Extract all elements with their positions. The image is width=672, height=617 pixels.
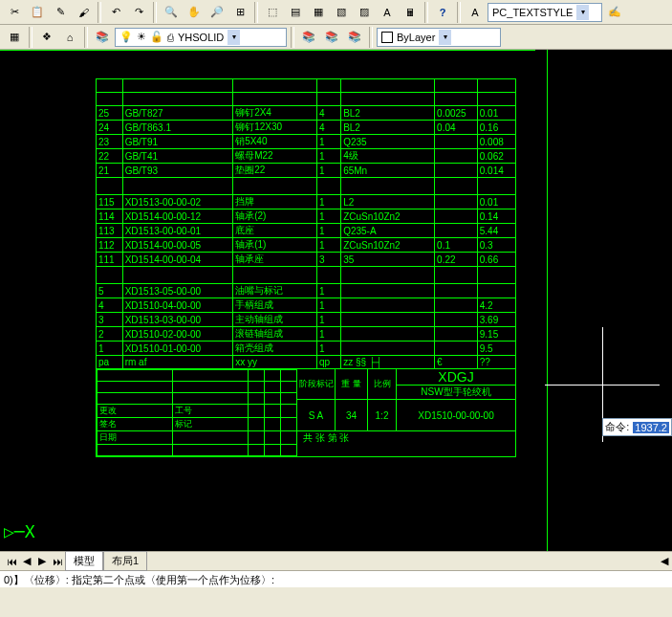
table-header: parm afxx yyqpzz §§ ├┤€??	[97, 356, 516, 369]
tool-btn[interactable]: ⌂	[59, 27, 80, 48]
tab-prev[interactable]: ◀	[19, 555, 34, 567]
sheet-footer: 共 张 第 张	[297, 430, 515, 444]
chevron-down-icon[interactable]: ▾	[228, 30, 240, 45]
redo-button[interactable]: ↷	[128, 2, 149, 23]
tool-btn[interactable]: 📋	[27, 2, 48, 23]
scroll-left[interactable]: ◀	[657, 555, 672, 567]
table-row: 115XD1513-00-00-02挡牌1L20.01	[97, 195, 516, 209]
bylayer-value: ByLayer	[397, 32, 435, 43]
table-row: 112XD1514-00-00-05轴承(1)1ZCuSn10Zn20.10.3	[97, 238, 516, 253]
command-tooltip: 命令: 1937.2	[602, 418, 672, 436]
undo-button[interactable]: ↶	[105, 2, 126, 23]
table-row: 23GB/T91销5X401Q2350.008	[97, 135, 516, 149]
tool-btn[interactable]: ✂	[4, 2, 25, 23]
table-row: 4XD1510-04-00-00手柄组成14.2	[97, 298, 516, 313]
tool-btn[interactable]: 🔍	[161, 2, 182, 23]
chevron-down-icon[interactable]: ▾	[439, 30, 451, 45]
bom-drawing: 25GB/T827铆钉2X44BL20.00250.0124GB/T863.1铆…	[96, 78, 516, 538]
tool-btn[interactable]: 📚	[344, 27, 365, 48]
tool-btn[interactable]: ❖	[36, 27, 57, 48]
tool-btn[interactable]: ▨	[354, 2, 375, 23]
tool-btn[interactable]: ✍	[604, 2, 625, 23]
table-row: 114XD1514-00-00-12轴承(2)1ZCuSn10Zn20.14	[97, 209, 516, 224]
crosshair-h	[545, 385, 660, 386]
lbl-scale: 比例	[368, 369, 397, 400]
tool-btn[interactable]: ✎	[50, 2, 71, 23]
tab-last[interactable]: ⏭	[50, 556, 65, 567]
drawing-number: XD1510-00-00-00	[397, 400, 515, 430]
table-row: 5XD1513-05-00-00油嘴与标记1	[97, 284, 516, 298]
lbl-qty: 重 量	[336, 369, 368, 400]
tab-layout1[interactable]: 布局1	[103, 551, 147, 571]
bom-table: 25GB/T827铆钉2X44BL20.00250.0124GB/T863.1铆…	[96, 78, 516, 369]
revision-table: 更改工号 签名标记 日期	[97, 369, 297, 456]
tool-btn[interactable]: ✋	[184, 2, 205, 23]
table-row: 2XD1510-02-00-00滚链轴组成19.15	[97, 327, 516, 342]
tool-btn[interactable]: 🖌	[73, 2, 94, 23]
tool-btn[interactable]: ⊞	[229, 2, 250, 23]
bulb-icon: 💡	[119, 31, 133, 43]
drawing-canvas[interactable]: 命令: 1937.2 25GB/T827铆钉2X44BL20.00250.012…	[0, 50, 672, 551]
layout-tabbar: ⏮ ◀ ▶ ⏭ 模型 布局1 ◀	[0, 551, 672, 570]
ucs-icon: ▷─X	[4, 521, 35, 541]
lbl-mark: 阶段标记	[297, 369, 336, 400]
table-row: 25GB/T827铆钉2X44BL20.00250.01	[97, 106, 516, 121]
tab-model[interactable]: 模型	[65, 551, 103, 571]
table-row: 22GB/T41螺母M2214级0.062	[97, 149, 516, 164]
tool-btn[interactable]: 📚	[321, 27, 342, 48]
color-combo[interactable]: ByLayer ▾	[377, 28, 501, 47]
toolbar-1: ✂ 📋 ✎ 🖌 ↶ ↷ 🔍 ✋ 🔎 ⊞ ⬚ ▤ ▦ ▧ ▨ A 🖩 ? A PC…	[0, 0, 672, 25]
tool-btn[interactable]: ▧	[331, 2, 352, 23]
table-row: 24GB/T863.1铆钉12X304BL20.040.16	[97, 121, 516, 135]
tool-btn[interactable]: ⬚	[262, 2, 283, 23]
tool-btn[interactable]: A	[377, 2, 398, 23]
val-scale: 1:2	[368, 400, 397, 430]
lock-icon: 🔓	[150, 31, 163, 43]
command-line[interactable]: 0)】〈位移〉: 指定第二个点或〈使用第一个点作为位移〉:	[0, 570, 672, 587]
textstyle-combo[interactable]: PC_TEXTSTYLE ▾	[488, 3, 602, 22]
val-mark: S A	[297, 400, 336, 430]
color-swatch	[381, 32, 393, 43]
product-name: NSW型手轮绞机	[397, 385, 515, 399]
sun-icon: ☀	[137, 31, 146, 43]
layer-combo[interactable]: 💡 ☀ 🔓 ⎙ YHSOLID ▾	[115, 28, 287, 47]
table-row: 21GB/T93垫圈22165Mn0.014	[97, 164, 516, 178]
table-row: 113XD1513-00-00-01底座1Q235-A5.44	[97, 224, 516, 238]
plot-icon: ⎙	[167, 32, 174, 43]
val-qty: 34	[336, 400, 368, 430]
table-row: 1XD1510-01-00-00箱壳组成19.5	[97, 342, 516, 356]
textstyle-value: PC_TEXTSTYLE	[492, 7, 573, 18]
tool-btn[interactable]: ▦	[4, 27, 25, 48]
toolbar-2: ▦ ❖ ⌂ 📚 💡 ☀ 🔓 ⎙ YHSOLID ▾ 📚 📚 📚 ByLayer …	[0, 25, 672, 50]
table-row: 111XD1514-00-00-04轴承座3350.220.66	[97, 253, 516, 267]
tool-btn[interactable]: 📚	[298, 27, 319, 48]
layer-value: YHSOLID	[178, 32, 224, 43]
layer-icon[interactable]: 📚	[92, 27, 113, 48]
command-label: 命令:	[605, 420, 629, 434]
table-row: 3XD1513-03-00-00主动轴组成13.69	[97, 313, 516, 327]
tab-next[interactable]: ▶	[34, 555, 50, 567]
calc-button[interactable]: 🖩	[400, 2, 421, 23]
command-value: 1937.2	[633, 422, 669, 433]
company: XDGJ	[438, 369, 473, 385]
tool-btn[interactable]: ▦	[308, 2, 329, 23]
title-block: 更改工号 签名标记 日期 阶段标记 重 量 比例 XDGJ NSW型手轮绞机	[96, 369, 516, 457]
tab-first[interactable]: ⏮	[4, 556, 19, 567]
tool-btn[interactable]: 🔎	[206, 2, 228, 23]
tool-btn[interactable]: ▤	[285, 2, 306, 23]
help-button[interactable]: ?	[432, 2, 453, 23]
textstyle-icon[interactable]: A	[465, 2, 486, 23]
chevron-down-icon[interactable]: ▾	[576, 5, 589, 20]
